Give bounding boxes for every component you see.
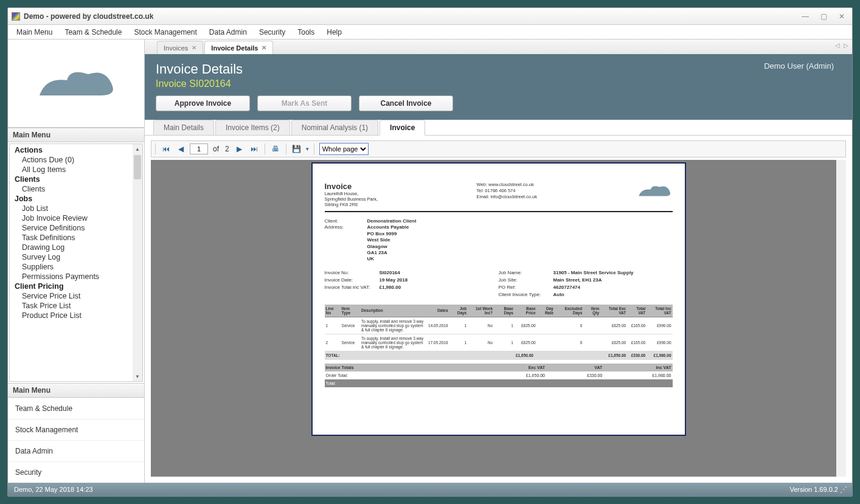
main-area: Invoices ✕ Invoice Details ✕ ◁ ▷ Demo Us…	[145, 40, 852, 483]
scroll-thumb[interactable]	[134, 155, 141, 179]
invoice-page: Invoice Laurelhill House, Springfield Bu…	[311, 162, 686, 436]
tab-invoices-label: Invoices	[164, 44, 188, 52]
tab-close-icon[interactable]: ✕	[192, 44, 196, 51]
client-name: Demonstration Client	[367, 218, 417, 224]
scroll-down-icon[interactable]: ▼	[133, 371, 142, 381]
tree-item-service-def[interactable]: Service Definitions	[10, 223, 133, 233]
table-row: 2ServiceTo supply, install and remove 3 …	[325, 334, 673, 351]
resize-grip-icon[interactable]: ⋰	[840, 485, 846, 494]
logo-box	[8, 40, 144, 128]
tabs-next-icon[interactable]: ▷	[844, 42, 848, 49]
cloud-logo-icon	[33, 62, 119, 105]
menu-main[interactable]: Main Menu	[10, 25, 58, 39]
menu-help[interactable]: Help	[321, 25, 348, 39]
tree-item-all-log[interactable]: All Log Items	[10, 165, 133, 174]
table-row: 1ServiceTo supply, install and remove 3 …	[325, 317, 673, 334]
tab-close-icon[interactable]: ✕	[262, 44, 266, 51]
tree-item-survey-log[interactable]: Survey Log	[10, 252, 133, 262]
tree-item-task-def[interactable]: Task Definitions	[10, 233, 133, 243]
preview-scrollbar[interactable]	[836, 160, 846, 477]
approve-button[interactable]: Approve Invoice	[156, 95, 250, 111]
last-page-icon[interactable]: ⏭	[249, 143, 260, 154]
tree-item-clients[interactable]: Clients	[10, 184, 133, 194]
page-total: 2	[224, 145, 231, 153]
page-header: Demo User (Admin) Invoice Details Invoic…	[145, 54, 852, 120]
tree-item-job-invoice-review[interactable]: Job Invoice Review	[10, 213, 133, 223]
scroll-up-icon[interactable]: ▲	[133, 144, 142, 154]
mark-sent-button: Mark As Sent	[257, 95, 352, 111]
nav-security[interactable]: Security	[8, 461, 144, 483]
minimize-button[interactable]: —	[799, 12, 812, 21]
menubar: Main Menu Team & Schedule Stock Manageme…	[8, 25, 852, 40]
app-icon	[12, 12, 20, 21]
tab-invoice-details[interactable]: Invoice Details ✕	[204, 41, 273, 54]
current-user: Demo User (Admin)	[764, 61, 834, 71]
table-total-row: TOTAL:£1,650.00£1,650.00£330.00£1,980.00	[325, 351, 673, 359]
nav-data-admin[interactable]: Data Admin	[8, 440, 144, 461]
address-label: Address:	[325, 224, 367, 262]
menu-data-admin[interactable]: Data Admin	[203, 25, 253, 39]
doc-tabs: Invoices ✕ Invoice Details ✕ ◁ ▷	[145, 40, 852, 54]
tree-item-job-list[interactable]: Job List	[10, 204, 133, 213]
tree-item-suppliers[interactable]: Suppliers	[10, 262, 133, 272]
tree-group-actions[interactable]: Actions	[10, 145, 133, 155]
first-page-icon[interactable]: ⏮	[161, 143, 172, 154]
save-dropdown-icon[interactable]: ▾	[306, 146, 309, 152]
page-subtitle: Invoice SI020164	[156, 78, 841, 89]
tree-item-service-price[interactable]: Service Price List	[10, 291, 133, 301]
tree-item-drawing-log[interactable]: Drawing Log	[10, 243, 133, 252]
zoom-select[interactable]: Whole page	[319, 143, 369, 155]
company-address: Laurelhill House, Springfield Business P…	[325, 191, 378, 207]
tree-item-task-price[interactable]: Task Price List	[10, 301, 133, 311]
tree-group-pricing[interactable]: Client Pricing	[10, 281, 133, 291]
sub-tab-invoice[interactable]: Invoice	[380, 120, 425, 136]
page-title: Invoice Details	[156, 61, 841, 77]
sidebar-nav-header[interactable]: Main Menu	[8, 383, 144, 398]
next-page-icon[interactable]: ▶	[234, 143, 245, 154]
invoice-summary-table: Invoice TotalsExc VATVATInc VAT Order To…	[325, 364, 673, 387]
viewer-toolbar: ⏮ ◀ of 2 ▶ ⏭ 🖶 💾 ▾ Whole page	[151, 140, 846, 157]
tabs-prev-icon[interactable]: ◁	[835, 42, 840, 49]
prev-page-icon[interactable]: ◀	[175, 143, 186, 154]
sub-tab-invoice-items[interactable]: Invoice Items (2)	[215, 120, 290, 135]
window-title: Demo - powered by cloudstreet.co.uk	[24, 12, 799, 21]
save-icon[interactable]: 💾	[291, 143, 302, 154]
cancel-button[interactable]: Cancel Invoice	[359, 95, 453, 111]
page-input[interactable]	[190, 143, 208, 154]
tree-group-clients[interactable]: Clients	[10, 174, 133, 184]
tree-item-product-price[interactable]: Product Price List	[10, 311, 133, 320]
tab-invoice-details-label: Invoice Details	[211, 44, 258, 52]
nav-stock[interactable]: Stock Management	[8, 419, 144, 440]
nav-team[interactable]: Team & Schedule	[8, 398, 144, 419]
sub-tab-nominal[interactable]: Nominal Analysis (1)	[291, 120, 378, 135]
tree-item-permissions[interactable]: Permissions Payments	[10, 272, 133, 281]
menu-security[interactable]: Security	[253, 25, 291, 39]
sidebar-tree: Actions Actions Due (0) All Log Items Cl…	[9, 143, 143, 382]
invoice-title: Invoice	[325, 182, 378, 191]
sub-tab-main-details[interactable]: Main Details	[153, 120, 214, 135]
sidebar: Main Menu Actions Actions Due (0) All Lo…	[8, 40, 145, 483]
client-label: Client:	[325, 218, 367, 224]
preview-pane: Invoice Laurelhill House, Springfield Bu…	[151, 160, 846, 477]
tab-invoices[interactable]: Invoices ✕	[157, 41, 203, 54]
statusbar: Demo, 22 May 2018 14:23 Version 1.69.0.2…	[8, 483, 852, 496]
page-of-label: of	[212, 145, 220, 153]
titlebar: Demo - powered by cloudstreet.co.uk — ▢ …	[8, 8, 852, 25]
sub-tabs: Main Details Invoice Items (2) Nominal A…	[145, 120, 852, 136]
status-left: Demo, 22 May 2018 14:23	[14, 486, 93, 493]
invoice-lines-table: Line NoItem TypeDescription DatesJob Day…	[325, 305, 673, 360]
print-icon[interactable]: 🖶	[270, 143, 281, 154]
maximize-button[interactable]: ▢	[817, 12, 830, 21]
client-address: Accounts Payable PO Box 9999 West Side G…	[367, 224, 409, 262]
menu-tools[interactable]: Tools	[291, 25, 321, 39]
tree-group-jobs[interactable]: Jobs	[10, 194, 133, 204]
menu-stock[interactable]: Stock Management	[128, 25, 203, 39]
close-button[interactable]: ✕	[835, 12, 848, 21]
sidebar-header-main[interactable]: Main Menu	[8, 128, 144, 142]
tree-scrollbar[interactable]: ▲ ▼	[133, 144, 142, 381]
company-contact: Web: www.cloudstreet.co.uk Tel: 01786 40…	[477, 182, 537, 207]
status-version: Version 1.69.0.2	[789, 486, 838, 493]
menu-team[interactable]: Team & Schedule	[58, 25, 128, 39]
invoice-logo-icon	[636, 182, 673, 200]
tree-item-actions-due[interactable]: Actions Due (0)	[10, 155, 133, 165]
